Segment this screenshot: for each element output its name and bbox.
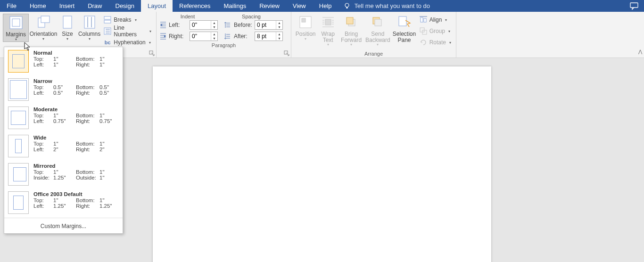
selection-pane-label: Selection Pane xyxy=(393,31,416,43)
svg-rect-20 xyxy=(302,18,305,22)
group-label-arrange: Arrange xyxy=(294,50,453,57)
chevron-down-icon: ▾ xyxy=(377,43,379,47)
chevron-down-icon: ▾ xyxy=(327,43,329,47)
svg-point-0 xyxy=(345,3,349,7)
indent-right-icon xyxy=(159,33,167,40)
line-numbers-button[interactable]: Line Numbers ▾ xyxy=(102,26,153,36)
spin-up[interactable]: ▲ xyxy=(211,32,217,36)
tab-mailings[interactable]: Mailings xyxy=(217,0,253,12)
spacing-head: Spacing xyxy=(216,14,287,19)
selection-pane-button[interactable]: Selection Pane xyxy=(392,14,416,43)
chevron-down-icon: ▾ xyxy=(445,18,447,22)
group-arrange: Position ▾ Wrap Text ▾ Bring Forward ▾ S… xyxy=(291,12,456,57)
breaks-button[interactable]: Breaks ▾ xyxy=(102,15,153,25)
lightbulb-icon xyxy=(343,2,351,10)
tab-design[interactable]: Design xyxy=(109,0,141,12)
group-icon xyxy=(420,27,427,35)
custom-margins-item[interactable]: Custom Margins... xyxy=(4,219,123,233)
tab-view[interactable]: View xyxy=(286,0,313,12)
tab-insert[interactable]: Insert xyxy=(53,0,82,12)
margin-title: Wide xyxy=(33,135,119,140)
chevron-down-icon: ▾ xyxy=(135,18,137,22)
chevron-down-icon: ▾ xyxy=(15,38,17,41)
svg-rect-27 xyxy=(421,17,423,22)
send-backward-label: Send Backward xyxy=(365,31,390,43)
chevron-down-icon: ▾ xyxy=(449,41,451,45)
group-paragraph: Indent Spacing Left: ▲▼ Before: ▲▼ Right… xyxy=(157,12,291,57)
spacing-after-spin[interactable]: ▲▼ xyxy=(255,32,283,41)
spin-up[interactable]: ▲ xyxy=(276,21,282,25)
selection-pane-icon xyxy=(397,15,412,30)
tab-file[interactable]: File xyxy=(0,0,23,12)
spin-up[interactable]: ▲ xyxy=(276,32,282,36)
orientation-button[interactable]: Orientation ▾ xyxy=(30,14,57,41)
hyphenation-button[interactable]: bc Hyphenation ▾ xyxy=(102,37,153,48)
svg-rect-25 xyxy=(375,19,381,26)
comment-icon[interactable] xyxy=(630,2,638,10)
margin-thumb-icon xyxy=(8,78,29,101)
margins-label: Margins xyxy=(6,32,26,38)
margin-option-wide[interactable]: WideTop:1"Bottom:1"Left:2"Right:2" xyxy=(4,132,123,160)
indent-left-spin[interactable]: ▲▼ xyxy=(190,20,218,30)
align-label: Align xyxy=(429,16,442,23)
spacing-before-input[interactable] xyxy=(255,21,276,29)
position-icon xyxy=(298,15,313,30)
spin-down[interactable]: ▼ xyxy=(211,25,217,29)
svg-rect-8 xyxy=(84,16,95,28)
wrap-text-icon xyxy=(321,15,336,30)
page-setup-launcher[interactable] xyxy=(149,50,155,56)
spin-down[interactable]: ▼ xyxy=(276,25,282,29)
svg-rect-11 xyxy=(104,16,111,19)
indent-right-spin[interactable]: ▲▼ xyxy=(190,32,218,41)
tab-help[interactable]: Help xyxy=(313,0,339,12)
svg-rect-2 xyxy=(630,3,638,8)
svg-rect-28 xyxy=(424,18,426,22)
indent-left-input[interactable] xyxy=(190,21,211,29)
spin-up[interactable]: ▲ xyxy=(211,21,217,25)
bring-forward-label: Bring Forward xyxy=(341,31,362,43)
spin-down[interactable]: ▼ xyxy=(211,36,217,41)
send-backward-button: Send Backward ▾ xyxy=(364,14,391,47)
svg-rect-1 xyxy=(346,7,347,8)
margins-icon xyxy=(8,15,24,30)
tell-me-input[interactable] xyxy=(355,2,449,9)
align-button[interactable]: Align ▾ xyxy=(418,15,453,25)
svg-rect-3 xyxy=(10,16,22,29)
paragraph-launcher[interactable] xyxy=(284,50,289,56)
tab-draw[interactable]: Draw xyxy=(81,0,108,12)
indent-head: Indent xyxy=(159,14,216,19)
spacing-after-input[interactable] xyxy=(255,32,276,41)
margin-thumb-icon xyxy=(8,50,29,73)
bring-forward-icon xyxy=(344,15,359,30)
line-numbers-label: Line Numbers xyxy=(114,25,146,38)
size-icon xyxy=(60,15,75,30)
collapse-ribbon-icon[interactable]: ⋀ xyxy=(638,49,642,54)
margin-option-office2003[interactable]: Office 2003 DefaultTop:1"Bottom:1"Left:1… xyxy=(4,188,123,217)
rotate-label: Rotate xyxy=(429,39,446,46)
margin-thumb-icon xyxy=(8,163,29,186)
svg-rect-23 xyxy=(347,17,353,24)
tab-references[interactable]: References xyxy=(173,0,217,12)
send-backward-icon xyxy=(370,15,385,30)
after-label: After: xyxy=(234,33,253,40)
tab-review[interactable]: Review xyxy=(253,0,286,12)
tab-layout[interactable]: Layout xyxy=(141,0,173,12)
breaks-icon xyxy=(104,16,111,24)
chevron-down-icon: ▾ xyxy=(448,29,450,33)
document-page[interactable] xyxy=(153,66,491,262)
spin-down[interactable]: ▼ xyxy=(276,36,282,41)
position-button: Position ▾ xyxy=(294,14,317,41)
indent-right-input[interactable] xyxy=(190,32,211,41)
tab-home[interactable]: Home xyxy=(23,0,53,12)
spacing-before-spin[interactable]: ▲▼ xyxy=(255,20,283,30)
margins-button[interactable]: Margins ▾ xyxy=(3,14,29,42)
columns-button[interactable]: Columns ▾ xyxy=(78,14,101,41)
margin-option-moderate[interactable]: ModerateTop:1"Bottom:1"Left:0.75"Right:0… xyxy=(4,104,123,132)
margin-option-narrow[interactable]: NarrowTop:0.5"Bottom:0.5"Left:0.5"Right:… xyxy=(4,75,123,104)
margin-option-mirrored[interactable]: MirroredTop:1"Bottom:1"Inside:1.25"Outsi… xyxy=(4,160,123,188)
tell-me[interactable] xyxy=(343,2,449,10)
rotate-button: Rotate ▾ xyxy=(418,37,453,48)
margin-option-normal[interactable]: NormalTop:1"Bottom:1"Left:1"Right:1" xyxy=(4,47,123,75)
size-button[interactable]: Size ▾ xyxy=(58,14,77,41)
bring-forward-button: Bring Forward ▾ xyxy=(339,14,363,47)
